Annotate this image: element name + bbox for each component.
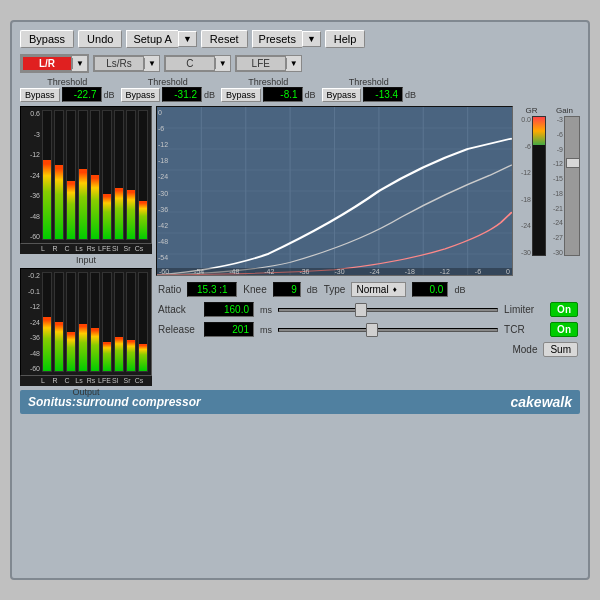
ch1-selector[interactable]: L/R	[22, 56, 72, 71]
threshold2-label: Threshold	[148, 77, 188, 87]
ch-Ls-label: Ls	[74, 245, 84, 252]
ch-LFE-label: LFE	[98, 245, 108, 252]
vu-Sr-output	[126, 272, 136, 372]
ch-L-label: L	[38, 245, 48, 252]
setup-dropdown: Setup A ▼	[126, 30, 196, 48]
threshold4-value: -13.4	[363, 87, 403, 102]
vu-Ls-input	[78, 110, 88, 240]
bypass-button[interactable]: Bypass	[20, 30, 74, 48]
type-selector[interactable]: Normal ♦	[351, 282, 406, 297]
channel-selectors: L/R ▼ Ls/Rs ▼ C ▼ LFE ▼	[20, 54, 580, 73]
limiter-button[interactable]: On	[550, 302, 578, 317]
gr-gain-section: GR 0.0 -6 -12 -18 -24 -30	[517, 106, 580, 276]
limiter-label: Limiter	[504, 304, 544, 315]
help-button[interactable]: Help	[325, 30, 366, 48]
input-label: Input	[76, 255, 96, 265]
gain-label: Gain	[556, 106, 573, 115]
threshold1-label: Threshold	[47, 77, 87, 87]
bypass1-button[interactable]: Bypass	[20, 88, 60, 102]
ch-R-label: R	[50, 245, 60, 252]
release-slider-track[interactable]	[278, 328, 498, 332]
threshold2-db: dB	[204, 90, 215, 100]
threshold3-db: dB	[305, 90, 316, 100]
setup-arrow[interactable]: ▼	[178, 31, 197, 47]
vu-Ls-output	[78, 272, 88, 372]
comp-db-unit: dB	[454, 285, 465, 295]
vu-Cs-input	[138, 110, 148, 240]
ratio-label: Ratio	[158, 284, 181, 295]
vu-LFE-input	[102, 110, 112, 240]
vu-scale: 0.6-3-12-24-36-48-60	[24, 110, 40, 240]
reset-button[interactable]: Reset	[201, 30, 248, 48]
vu-L-output	[42, 272, 52, 372]
ratio-value: 15.3 :1	[187, 282, 237, 297]
vu-R-output	[54, 272, 64, 372]
vu-L-input	[42, 110, 52, 240]
ch1-arrow[interactable]: ▼	[72, 58, 87, 69]
input-section: 0.6-3-12-24-36-48-60	[20, 106, 152, 386]
comp-db-value: 0.0	[412, 282, 448, 297]
vu-Sl-output	[114, 272, 124, 372]
release-slider-thumb[interactable]	[366, 323, 378, 337]
controls-section: Ratio 15.3 :1 Knee 9 dB Type Normal ♦ 0.…	[156, 280, 580, 359]
presets-button[interactable]: Presets	[252, 30, 302, 48]
vu-C-output	[66, 272, 76, 372]
mode-label: Mode	[512, 344, 537, 355]
threshold3-value: -8.1	[263, 87, 303, 102]
release-label: Release	[158, 324, 198, 335]
setup-button[interactable]: Setup A	[126, 30, 178, 48]
vu-C-input	[66, 110, 76, 240]
mode-button[interactable]: Sum	[543, 342, 578, 357]
attack-slider-thumb[interactable]	[355, 303, 367, 317]
threshold1-db: dB	[104, 90, 115, 100]
attack-slider-track[interactable]	[278, 308, 498, 312]
vu-Rs-input	[90, 110, 100, 240]
attack-label: Attack	[158, 304, 198, 315]
threshold1-value: -22.7	[62, 87, 102, 102]
release-unit: ms	[260, 325, 272, 335]
type-label: Type	[324, 284, 346, 295]
presets-arrow[interactable]: ▼	[302, 31, 321, 47]
vu-scale-output: -0.2-0.1-12-24-36-48-60	[24, 272, 40, 372]
threshold4-db: dB	[405, 90, 416, 100]
vu-Sl-input	[114, 110, 124, 240]
vu-Rs-output	[90, 272, 100, 372]
release-value: 201	[204, 322, 254, 337]
ch-Sr-label: Sr	[122, 245, 132, 252]
ch2-selector[interactable]: Ls/Rs	[94, 56, 144, 71]
ch4-selector[interactable]: LFE	[236, 56, 286, 71]
gain-fader-thumb[interactable]	[566, 158, 580, 168]
gr-bar	[532, 116, 546, 256]
ch-C-label: C	[62, 245, 72, 252]
status-title: Sonitus:surround compressor	[28, 395, 201, 409]
threshold4-label: Threshold	[349, 77, 389, 87]
compressor-graph: -60 -54 -48 -42 -36 -30 -24 -18 -12 -6 0	[156, 106, 513, 276]
vu-R-input	[54, 110, 64, 240]
vu-Cs-output	[138, 272, 148, 372]
gr-label: GR	[526, 106, 538, 115]
bypass3-button[interactable]: Bypass	[221, 88, 261, 102]
bypass4-button[interactable]: Bypass	[322, 88, 362, 102]
toolbar: Bypass Undo Setup A ▼ Reset Presets ▼ He…	[20, 30, 580, 48]
vu-Sr-input	[126, 110, 136, 240]
brand-logo: cakewalk	[511, 394, 573, 410]
ch3-selector[interactable]: C	[165, 56, 215, 71]
ch2-arrow[interactable]: ▼	[144, 58, 159, 69]
knee-value[interactable]: 9	[273, 282, 301, 297]
presets-dropdown: Presets ▼	[252, 30, 321, 48]
undo-button[interactable]: Undo	[78, 30, 122, 48]
ch-Rs-label: Rs	[86, 245, 96, 252]
threshold3-label: Threshold	[248, 77, 288, 87]
tcr-button[interactable]: On	[550, 322, 578, 337]
knee-unit: dB	[307, 285, 318, 295]
type-value: Normal	[356, 284, 388, 295]
ch3-arrow[interactable]: ▼	[215, 58, 230, 69]
gain-fader-track[interactable]	[564, 116, 580, 256]
ch-Sl-label: Sl	[110, 245, 120, 252]
attack-unit: ms	[260, 305, 272, 315]
ch4-arrow[interactable]: ▼	[286, 58, 301, 69]
vu-LFE-output	[102, 272, 112, 372]
status-bar: Sonitus:surround compressor cakewalk	[20, 390, 580, 414]
bypass2-button[interactable]: Bypass	[121, 88, 161, 102]
knee-label: Knee	[243, 284, 266, 295]
